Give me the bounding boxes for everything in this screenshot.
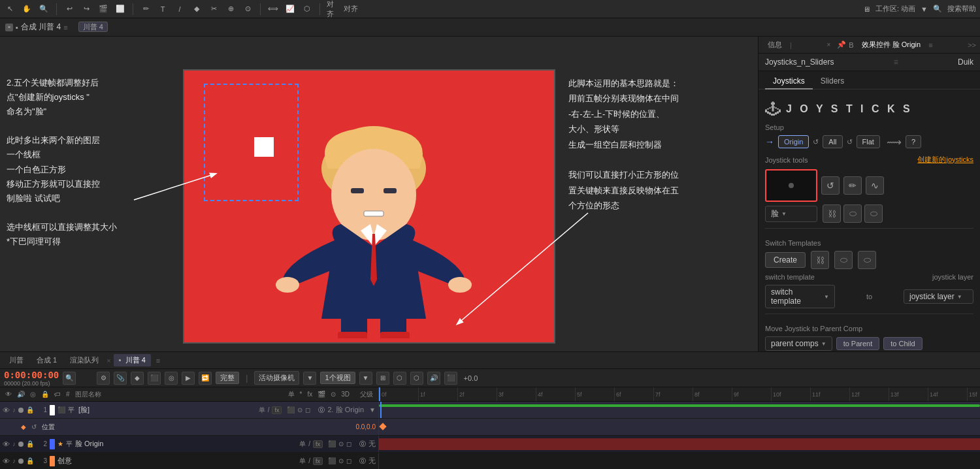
layer1-fx[interactable]: fx bbox=[272, 406, 282, 414]
mask-icon[interactable]: ⬡ bbox=[301, 3, 313, 15]
settings-icon[interactable]: ▼ bbox=[921, 5, 928, 13]
canvas-area[interactable]: 2.五个关键帧都调整好后点"创建新的joysticks "命名为"脸" 此时多出… bbox=[0, 37, 758, 351]
panel-menu[interactable]: ≡ bbox=[928, 41, 932, 49]
tl-close-x[interactable]: × bbox=[106, 357, 110, 364]
pin-icon[interactable]: 📌 bbox=[837, 40, 846, 49]
close-x[interactable]: × bbox=[826, 41, 830, 48]
view-dropdown[interactable]: 1个视图 bbox=[320, 372, 355, 384]
layer1-motion[interactable]: ⬛ bbox=[287, 406, 295, 413]
layer2-link-icon[interactable]: ⓪ bbox=[359, 440, 366, 449]
text-icon[interactable]: T bbox=[157, 3, 169, 15]
layer2-lock[interactable]: 🔒 bbox=[26, 440, 34, 447]
create-joystick-label[interactable]: 创建新的joysticks bbox=[917, 155, 973, 165]
parent-comps-dropdown[interactable]: parent comps ▼ bbox=[765, 336, 832, 351]
origin-button[interactable]: Origin bbox=[778, 135, 809, 148]
tl-tab-chuanpu4[interactable]: ▪ 川普 4 bbox=[114, 354, 151, 366]
layer1-sub-expand[interactable]: ↺ bbox=[31, 423, 37, 430]
layer2-switch1[interactable]: 单 bbox=[299, 440, 306, 449]
layer3-switch2[interactable]: / bbox=[308, 457, 310, 464]
tl-flow-btn[interactable]: ⬛ bbox=[148, 372, 161, 385]
comp-menu-icon[interactable]: ≡ bbox=[63, 24, 67, 31]
layer3-3d[interactable]: ◻ bbox=[346, 457, 351, 464]
layer2-solo[interactable] bbox=[18, 442, 24, 447]
tl-expand-btn[interactable]: ⬡ bbox=[410, 372, 423, 385]
layer3-eye[interactable]: 👁 bbox=[3, 457, 10, 465]
layer3-motion[interactable]: ⬛ bbox=[328, 457, 336, 464]
line-icon[interactable]: / bbox=[174, 3, 186, 15]
tl-view-btn[interactable]: ▼ bbox=[359, 372, 372, 385]
pen-icon[interactable]: ✏ bbox=[140, 3, 152, 15]
layer1-audio[interactable]: ♪ bbox=[12, 406, 16, 413]
motion-icon[interactable]: ⟺ bbox=[267, 3, 279, 15]
search-tl-btn[interactable]: 🔍 bbox=[63, 372, 76, 385]
keyframe-diamond[interactable] bbox=[379, 423, 386, 430]
tl-audio-btn[interactable]: 🔊 bbox=[427, 372, 440, 385]
timecode-display[interactable]: 0:00:00:00 bbox=[4, 370, 59, 380]
layer1-link-icon[interactable]: ⓪ bbox=[318, 406, 325, 415]
pen-tool-btn[interactable]: ✏ bbox=[843, 176, 862, 195]
complete-badge[interactable]: 完整 bbox=[216, 372, 239, 384]
tl-motion-btn[interactable]: ▶ bbox=[182, 372, 195, 385]
tl-tab-chuanpu[interactable]: 川普 bbox=[4, 354, 29, 366]
create-oval-btn[interactable]: ⬭ bbox=[834, 251, 853, 269]
layer1-switch2[interactable]: / bbox=[268, 406, 270, 413]
tl-export-btn[interactable]: ⬡ bbox=[393, 372, 406, 385]
redo-icon[interactable]: ↪ bbox=[80, 3, 92, 15]
graph-icon[interactable]: 📈 bbox=[284, 3, 296, 15]
layer2-fx[interactable]: fx bbox=[313, 440, 323, 448]
layer3-solo[interactable] bbox=[18, 459, 24, 464]
layer1-keyframe-icon[interactable]: ◆ bbox=[21, 423, 26, 430]
link-oval2-btn[interactable]: ⬭ bbox=[864, 204, 883, 223]
arrow-tool-icon[interactable]: ↖ bbox=[4, 3, 16, 15]
layer1-switch1[interactable]: 单 bbox=[259, 406, 265, 415]
search-icon[interactable]: 🔍 bbox=[933, 5, 942, 13]
expand-icon[interactable]: >> bbox=[968, 41, 976, 49]
link-chain-btn[interactable]: ⛓ bbox=[823, 204, 841, 223]
camera-dropdown[interactable]: 活动摄像机 bbox=[254, 371, 299, 385]
effect-tab[interactable]: 效果控件 脸 Origin bbox=[857, 39, 926, 51]
layer2-audio[interactable]: ♪ bbox=[12, 440, 16, 447]
layer1-solo[interactable] bbox=[18, 408, 24, 413]
camera-icon[interactable]: 🎬 bbox=[97, 3, 109, 15]
align-icon[interactable]: 对齐 bbox=[327, 3, 338, 15]
tl-extra-btn[interactable]: ⬛ bbox=[444, 372, 457, 385]
tl-grid-btn[interactable]: ⊞ bbox=[376, 372, 389, 385]
tl-loop-btn[interactable]: 🔁 bbox=[199, 372, 212, 385]
box-icon[interactable]: ⬜ bbox=[114, 3, 126, 15]
layer1-parent[interactable]: 2. 脸 Origin bbox=[327, 405, 364, 415]
refresh-tool-btn[interactable]: ↺ bbox=[821, 176, 840, 195]
layer2-3d[interactable]: ◻ bbox=[346, 440, 351, 447]
layer2-adjust[interactable]: ⊙ bbox=[338, 440, 344, 447]
search-help-label[interactable]: 搜索帮助 bbox=[947, 4, 976, 14]
layer3-link-icon[interactable]: ⓪ bbox=[359, 457, 366, 466]
info-tab[interactable]: 信息 bbox=[762, 39, 787, 51]
scissors-icon[interactable]: ✂ bbox=[208, 3, 220, 15]
layer1-adjust[interactable]: ⊙ bbox=[297, 406, 302, 413]
create-btn[interactable]: Create bbox=[765, 252, 806, 268]
layer2-eye[interactable]: 👁 bbox=[3, 440, 10, 448]
curve-tool-btn[interactable]: ∿ bbox=[866, 176, 884, 195]
joystick-preview[interactable] bbox=[765, 169, 817, 202]
zoom-tool-icon[interactable]: 🔍 bbox=[38, 3, 50, 15]
undo-icon[interactable]: ↩ bbox=[63, 3, 75, 15]
comp-tab-label[interactable]: 合成 川普 4 bbox=[21, 22, 61, 33]
to-parent-btn[interactable]: to Parent bbox=[836, 337, 880, 350]
sliders-tab[interactable]: Sliders bbox=[813, 74, 853, 89]
white-square-control[interactable] bbox=[254, 137, 274, 157]
layer3-adjust[interactable]: ⊙ bbox=[338, 457, 344, 464]
playhead[interactable] bbox=[380, 402, 382, 418]
layer1-lock[interactable]: 🔒 bbox=[26, 406, 34, 413]
layer1-eye[interactable]: 👁 bbox=[3, 406, 10, 414]
to-child-btn[interactable]: to Child bbox=[883, 337, 922, 350]
panel-options-icon[interactable]: B bbox=[849, 41, 853, 49]
tl-settings-btn[interactable]: ⚙ bbox=[97, 372, 110, 385]
switch-template-dropdown[interactable]: switch template ▼ bbox=[765, 285, 835, 308]
layer3-fx[interactable]: fx bbox=[313, 457, 323, 465]
joystick-layer-dropdown[interactable]: joystick layer ▼ bbox=[904, 289, 973, 304]
tl-marker-btn[interactable]: ◆ bbox=[131, 372, 144, 385]
comp-close-btn[interactable]: × bbox=[5, 24, 13, 31]
joysticks-tab[interactable]: Joysticks bbox=[765, 74, 813, 89]
flat-button[interactable]: Flat bbox=[857, 135, 880, 148]
all-button[interactable]: All bbox=[823, 135, 842, 148]
layer2-motion[interactable]: ⬛ bbox=[328, 440, 336, 447]
